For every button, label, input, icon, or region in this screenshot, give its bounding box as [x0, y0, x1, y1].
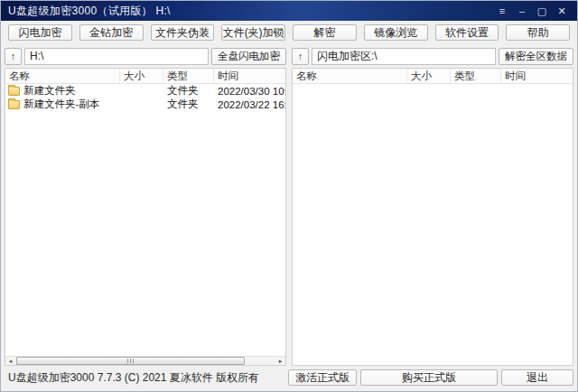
main-toolbar: 闪电加密金钻加密文件夹伪装文件(夹)加锁解密镜像浏览软件设置帮助: [1, 21, 577, 44]
status-bar: U盘超级加密3000 7.7.3 (C) 2021 夏冰软件 版权所有 激活正式…: [1, 366, 577, 391]
right-column-header-time[interactable]: 时间: [501, 69, 573, 83]
table-row[interactable]: 新建文件夹文件夹2022/03/30 10:03: [5, 84, 285, 98]
license-buttons: 激活正式版购买正式版退出: [288, 369, 573, 386]
scrollbar-grip-icon: [127, 359, 134, 363]
right-file-list: 名称大小类型时间: [292, 68, 573, 366]
close-button[interactable]: ✕: [554, 4, 570, 18]
toolbar-button-1[interactable]: 闪电加密: [8, 24, 72, 41]
left-column-header-time[interactable]: 时间: [214, 69, 285, 83]
scrollbar-thumb[interactable]: [16, 357, 245, 365]
toolbar-button-7[interactable]: 软件设置: [435, 24, 499, 41]
left-file-list: 名称大小类型时间 新建文件夹文件夹2022/03/30 10:03新建文件夹-副…: [5, 68, 286, 366]
up-directory-button[interactable]: ↑: [292, 48, 309, 65]
encrypt-whole-disk-button[interactable]: 全盘闪电加密: [211, 48, 286, 65]
file-type-cell: 文件夹: [163, 98, 214, 111]
left-path-input[interactable]: [24, 48, 209, 65]
menu-icon[interactable]: ≡: [494, 4, 510, 18]
toolbar-button-6[interactable]: 镜像浏览: [364, 24, 428, 41]
left-path-row: ↑ 全盘闪电加密: [5, 46, 286, 66]
file-type-cell: 文件夹: [163, 84, 214, 98]
file-name-cell: 新建文件夹: [5, 84, 120, 98]
scroll-left-icon[interactable]: ◂: [5, 357, 15, 365]
scroll-right-icon[interactable]: ▸: [275, 357, 285, 365]
window-controls: ≡–▢✕: [494, 4, 570, 18]
right-column-header-size[interactable]: 大小: [407, 69, 451, 83]
buy-full-version-button[interactable]: 购买正式版: [360, 369, 498, 386]
left-column-header-size[interactable]: 大小: [120, 69, 163, 83]
title-bar: U盘超级加密3000（试用版） H:\ ≡–▢✕: [1, 1, 577, 21]
file-time-cell: 2022/03/30 10:03: [214, 86, 285, 97]
right-column-header-type[interactable]: 类型: [451, 69, 501, 83]
toolbar-button-2[interactable]: 金钻加密: [79, 24, 144, 41]
local-disk-pane: ↑ 全盘闪电加密 名称大小类型时间 新建文件夹文件夹2022/03/30 10:…: [5, 46, 286, 366]
left-column-header-name[interactable]: 名称: [5, 69, 120, 83]
window-title: U盘超级加密3000（试用版） H:\: [8, 4, 171, 19]
file-name-cell: 新建文件夹-副本: [5, 98, 120, 111]
toolbar-button-5[interactable]: 解密: [293, 24, 357, 41]
toolbar-button-3[interactable]: 文件夹伪装: [151, 24, 215, 41]
copyright-text: U盘超级加密3000 7.7.3 (C) 2021 夏冰软件 版权所有: [8, 370, 259, 386]
left-list-header: 名称大小类型时间: [5, 69, 285, 84]
toolbar-button-8[interactable]: 帮助: [506, 24, 570, 41]
scrollbar-track[interactable]: [15, 357, 275, 365]
file-time-cell: 2022/03/22 16:31: [214, 99, 285, 110]
up-directory-button[interactable]: ↑: [5, 48, 22, 65]
maximize-button[interactable]: ▢: [534, 4, 550, 18]
activate-full-version-button[interactable]: 激活正式版: [288, 369, 357, 386]
right-column-header-name[interactable]: 名称: [293, 69, 407, 83]
left-list-body[interactable]: 新建文件夹文件夹2022/03/30 10:03新建文件夹-副本文件夹2022/…: [5, 84, 285, 356]
main-area: ↑ 全盘闪电加密 名称大小类型时间 新建文件夹文件夹2022/03/30 10:…: [1, 44, 577, 366]
right-list-body[interactable]: [293, 84, 573, 365]
table-row[interactable]: 新建文件夹-副本文件夹2022/03/22 16:31: [5, 98, 285, 111]
minimize-button[interactable]: –: [514, 4, 530, 18]
file-name-label: 新建文件夹: [23, 84, 76, 98]
encrypted-zone-pane: ↑ 解密全区数据 名称大小类型时间: [292, 46, 573, 366]
toolbar-button-4[interactable]: 文件(夹)加锁: [221, 24, 285, 41]
folder-icon: [8, 100, 20, 109]
right-path-input[interactable]: [312, 48, 496, 65]
right-list-header: 名称大小类型时间: [293, 69, 573, 84]
file-name-label: 新建文件夹-副本: [23, 98, 99, 111]
exit-button[interactable]: 退出: [501, 369, 573, 386]
folder-icon: [8, 87, 20, 96]
app-window: U盘超级加密3000（试用版） H:\ ≡–▢✕ 闪电加密金钻加密文件夹伪装文件…: [0, 0, 578, 392]
left-column-header-type[interactable]: 类型: [163, 69, 214, 83]
left-horizontal-scrollbar[interactable]: ◂ ▸: [5, 356, 285, 365]
decrypt-all-zone-button[interactable]: 解密全区数据: [499, 48, 573, 65]
right-path-row: ↑ 解密全区数据: [292, 46, 573, 66]
